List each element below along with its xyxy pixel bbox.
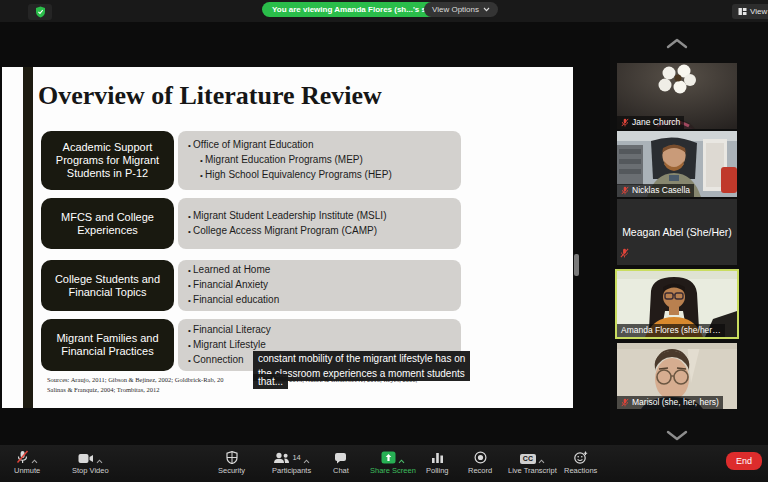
live-transcript-label: Live Transcript — [508, 466, 557, 475]
slide-row-bullets: Learned at Home Financial Anxiety Financ… — [178, 260, 461, 311]
reactions-icon — [574, 451, 588, 464]
slide-row-label: College Students and Financial Topics — [41, 260, 174, 311]
zoom-meeting-window: You are viewing Amanda Flores (sh...'s s… — [0, 0, 768, 482]
unmute-label: Unmute — [14, 466, 40, 475]
unmute-button[interactable]: Unmute — [14, 449, 40, 475]
slide-title: Overview of Literature Review — [38, 81, 558, 111]
video-tile-amanda-flores[interactable]: Amanda Flores (she/her… — [617, 271, 737, 337]
participants-count: 14 — [292, 453, 300, 462]
record-icon — [474, 451, 487, 464]
mic-muted-icon — [620, 244, 629, 262]
caret-up-icon[interactable] — [96, 459, 103, 464]
chat-icon — [334, 452, 347, 464]
bullet-item: Financial education — [188, 293, 451, 308]
live-transcript-button[interactable]: CC Live Transcript — [508, 449, 557, 475]
participant-name-tag: Amanda Flores (she/her… — [617, 324, 725, 337]
caption-line2: the classroom experiences a moment stude… — [258, 368, 465, 379]
chevron-down-icon — [483, 7, 490, 12]
slide-row-label: Academic Support Programs for Migrant St… — [41, 131, 174, 190]
shield-icon — [226, 451, 238, 464]
participant-name-tag: Jane Church — [617, 116, 684, 129]
slide-accent-stripe — [23, 67, 33, 408]
bullet-item: Migrant Education Programs (MEP) — [200, 153, 451, 168]
stop-video-button[interactable]: Stop Video — [72, 449, 109, 475]
reactions-button[interactable]: Reactions — [564, 449, 597, 475]
bullet-item: Financial Literacy — [188, 323, 451, 338]
bullet-item: Office of Migrant Education — [188, 138, 451, 153]
bullet-item: College Access Migrant Program (CAMP) — [188, 224, 451, 239]
share-screen-label: Share Screen — [370, 466, 416, 475]
video-tile-nicklas-casella[interactable]: Nicklas Casella — [617, 131, 737, 197]
slide-row-college-financial: College Students and Financial Topics Le… — [41, 260, 461, 311]
record-label: Record — [468, 466, 492, 475]
participant-name: Jane Church — [632, 116, 680, 129]
participant-name: Nicklas Casella — [632, 184, 690, 197]
reactions-label: Reactions — [564, 466, 597, 475]
bullet-item: Financial Anxiety — [188, 278, 451, 293]
polling-label: Polling — [426, 466, 449, 475]
polling-icon — [431, 452, 444, 464]
view-options-button[interactable]: View Options — [424, 2, 498, 17]
view-options-label: View Options — [432, 5, 479, 14]
video-tile-jane-church[interactable]: Jane Church — [617, 63, 737, 129]
slide-row-academic-support: Academic Support Programs for Migrant St… — [41, 131, 461, 190]
end-meeting-button[interactable]: End — [726, 452, 762, 470]
top-bar: You are viewing Amanda Flores (sh...'s s… — [0, 0, 768, 22]
share-screen-button[interactable]: Share Screen — [370, 449, 416, 475]
security-button[interactable]: Security — [218, 449, 245, 475]
participant-name: Amanda Flores (she/her… — [621, 324, 721, 337]
chat-label: Chat — [333, 466, 349, 475]
view-button[interactable]: View — [732, 4, 768, 19]
participant-name-tag: Nicklas Casella — [617, 184, 694, 197]
sources-line2: Salinas & Franquiz, 2004; Trombitas, 201… — [47, 386, 160, 393]
slide-row-bullets: Office of Migrant Education Migrant Educ… — [178, 131, 461, 190]
caption-line1: constant mobility of the migrant lifesty… — [258, 353, 465, 364]
view-grid-icon — [738, 7, 747, 16]
scroll-up-button[interactable] — [662, 36, 692, 50]
meeting-toolbar: Unmute Stop Video Security — [0, 445, 768, 482]
cc-icon: CC — [520, 454, 536, 464]
shield-check-icon — [35, 6, 46, 18]
viewing-banner-text: You are viewing Amanda Flores (sh...'s s… — [272, 5, 447, 14]
chevron-up-icon — [666, 38, 688, 49]
camera-icon — [78, 453, 94, 464]
stop-video-label: Stop Video — [72, 466, 109, 475]
participants-icon — [273, 452, 290, 464]
participant-name: Marisol (she, her, hers) — [632, 396, 719, 409]
caret-up-icon[interactable] — [303, 459, 310, 464]
view-button-label: View — [750, 7, 767, 16]
participant-name: Meagan Abel (She/Her) — [622, 226, 732, 238]
scrollbar-thumb[interactable] — [574, 254, 579, 276]
mic-slash-icon — [16, 450, 29, 464]
bullet-item: High School Equivalency Programs (HEP) — [200, 168, 451, 183]
scroll-down-button[interactable] — [662, 428, 692, 442]
bullet-item: Migrant Student Leadership Institute (MS… — [188, 209, 451, 224]
live-caption-continued: that... — [253, 374, 288, 389]
record-button[interactable]: Record — [468, 449, 492, 475]
slide-row-bullets: Migrant Student Leadership Institute (MS… — [178, 198, 461, 249]
mic-muted-icon — [621, 186, 629, 195]
bullet-item: Learned at Home — [188, 263, 451, 278]
meeting-info-button[interactable] — [28, 4, 52, 20]
slide-row-label: MFCS and College Experiences — [41, 198, 174, 249]
participants-label: Participants — [272, 466, 311, 475]
video-tile-meagan-abel[interactable]: Meagan Abel (She/Her) — [617, 199, 737, 265]
sources-part1: Sources: Araujo, 2011; Gibson & Bejinez,… — [47, 376, 224, 383]
caret-up-icon[interactable] — [398, 459, 405, 464]
participant-name-tag: Marisol (she, her, hers) — [617, 396, 723, 409]
chat-button[interactable]: Chat — [333, 449, 349, 475]
slide-row-label: Migrant Families and Financial Practices — [41, 319, 174, 371]
security-label: Security — [218, 466, 245, 475]
participants-sidebar: Jane Church — [610, 22, 768, 445]
participants-button[interactable]: 14 Participants — [272, 449, 311, 475]
mic-muted-icon — [621, 398, 629, 407]
polling-button[interactable]: Polling — [426, 449, 449, 475]
chevron-down-icon — [666, 430, 688, 441]
share-screen-icon — [381, 451, 396, 464]
shared-screen-area: Overview of Literature Review Academic S… — [0, 22, 610, 445]
video-tile-marisol[interactable]: Marisol (she, her, hers) — [617, 343, 737, 409]
slide-row-mfcs-college: MFCS and College Experiences Migrant Stu… — [41, 198, 461, 249]
mic-muted-icon — [621, 118, 629, 127]
caret-up-icon[interactable] — [31, 459, 38, 464]
caret-up-icon[interactable] — [538, 459, 545, 464]
